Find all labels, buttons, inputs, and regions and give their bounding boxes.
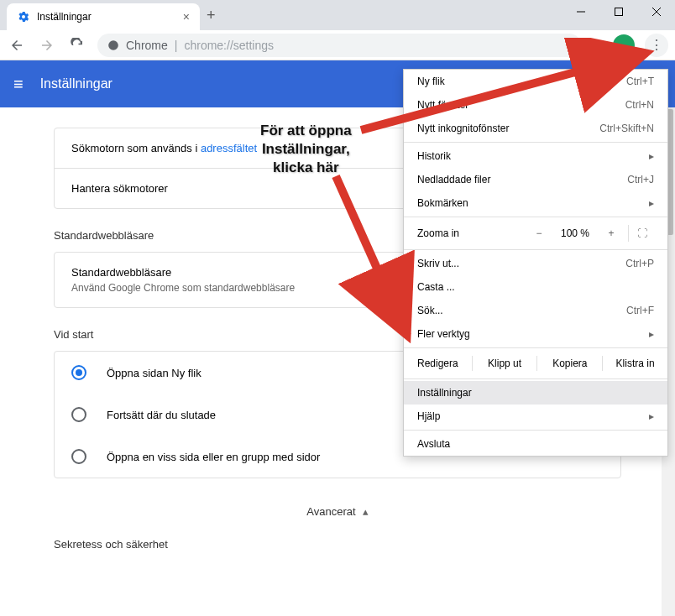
chevron-right-icon: ▸ (649, 328, 654, 340)
minimize-button[interactable] (562, 0, 599, 23)
menu-downloads[interactable]: Nedladdade filerCtrl+J (404, 168, 667, 191)
chrome-menu-button[interactable]: ⋮ (645, 34, 668, 57)
radio-selected-icon[interactable] (71, 365, 86, 380)
menu-cast[interactable]: Casta ... (404, 275, 667, 299)
advanced-toggle[interactable]: Avancerat▴ (54, 505, 621, 518)
hamburger-icon[interactable]: ≡ (13, 75, 24, 94)
menu-paste[interactable]: Klistra in (602, 356, 667, 371)
menu-zoom: Zooma in − 100 % + ⛶ (404, 219, 667, 248)
menu-more-tools[interactable]: Fler verktyg▸ (404, 322, 667, 346)
chrome-icon (107, 39, 119, 51)
address-bar[interactable]: Chrome | chrome://settings (97, 34, 581, 57)
menu-incognito[interactable]: Nytt inkognitofönsterCtrl+Skift+N (404, 117, 667, 140)
chevron-right-icon: ▸ (649, 197, 654, 209)
menu-cut[interactable]: Klipp ut (472, 356, 537, 371)
svg-point-4 (108, 40, 118, 50)
zoom-in-button[interactable]: + (603, 227, 620, 239)
address-prefix: Chrome (126, 39, 168, 52)
menu-edit-row: Redigera Klipp ut Kopiera Klistra in (404, 350, 667, 377)
fullscreen-icon[interactable]: ⛶ (637, 227, 654, 239)
back-button[interactable] (7, 35, 27, 55)
chevron-right-icon: ▸ (649, 150, 654, 162)
close-window-button[interactable] (637, 0, 675, 23)
menu-new-window[interactable]: Nytt fönsterCtrl+N (404, 93, 667, 117)
tab-title: Inställningar (37, 11, 92, 23)
address-path: chrome://settings (184, 39, 274, 52)
menu-print[interactable]: Skriv ut...Ctrl+P (404, 252, 667, 275)
close-tab-icon[interactable]: × (183, 10, 190, 23)
menu-bookmarks[interactable]: Bokmärken▸ (404, 191, 667, 215)
menu-help[interactable]: Hjälp▸ (404, 405, 667, 428)
privacy-title: Sekretess och säkerhet (54, 538, 621, 551)
menu-settings[interactable]: Inställningar (404, 381, 667, 405)
svg-rect-1 (615, 8, 622, 16)
chevron-right-icon: ▸ (649, 410, 654, 422)
bookmark-star-icon[interactable]: ☆ (591, 37, 603, 53)
toolbar: Chrome | chrome://settings ☆ ⋮ (0, 30, 675, 60)
zoom-value: 100 % (556, 227, 594, 239)
gear-icon (17, 10, 30, 23)
browser-tab[interactable]: Inställningar × (7, 3, 200, 30)
chrome-menu: Ny flikCtrl+T Nytt fönsterCtrl+N Nytt in… (403, 69, 668, 457)
radio-icon[interactable] (71, 449, 86, 464)
new-tab-button[interactable]: + (207, 7, 216, 24)
radio-icon[interactable] (71, 407, 86, 422)
annotation-callout: För att öppna Inställningar, klicka här (260, 122, 352, 177)
menu-find[interactable]: Sök...Ctrl+F (404, 299, 667, 322)
menu-history[interactable]: Historik▸ (404, 144, 667, 168)
zoom-out-button[interactable]: − (531, 227, 547, 239)
address-bar-link[interactable]: adressfältet (201, 142, 257, 154)
menu-new-tab[interactable]: Ny flikCtrl+T (404, 70, 667, 93)
menu-copy[interactable]: Kopiera (536, 356, 602, 371)
chevron-up-icon: ▴ (363, 505, 369, 518)
profile-avatar[interactable] (613, 34, 635, 56)
reload-button[interactable] (67, 35, 87, 55)
forward-button[interactable] (37, 35, 57, 55)
settings-title: Inställningar (40, 76, 112, 91)
menu-exit[interactable]: Avsluta (404, 432, 667, 456)
maximize-button[interactable] (599, 0, 637, 23)
